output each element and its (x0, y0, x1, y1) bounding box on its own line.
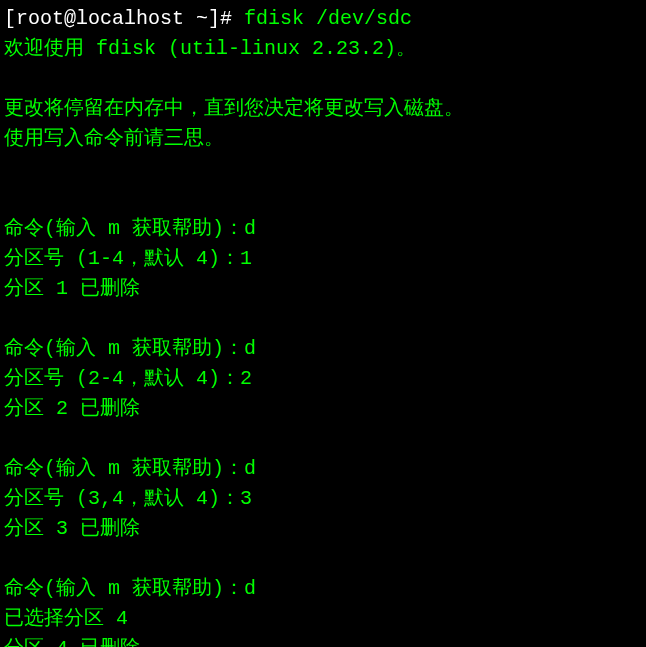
cmd-prompt-3: 命令(输入 m 获取帮助)：d (4, 457, 256, 480)
result-2: 分区 2 已删除 (4, 397, 140, 420)
command-text: fdisk /dev/sdc (232, 7, 412, 30)
warning-line-2: 使用写入命令前请三思。 (4, 127, 224, 150)
partition-prompt-2: 分区号 (2-4，默认 4)：2 (4, 367, 252, 390)
result-3: 分区 3 已删除 (4, 517, 140, 540)
partition-prompt-3: 分区号 (3,4，默认 4)：3 (4, 487, 252, 510)
warning-line-1: 更改将停留在内存中，直到您决定将更改写入磁盘。 (4, 97, 464, 120)
welcome-line: 欢迎使用 fdisk (util-linux 2.23.2)。 (4, 37, 416, 60)
result-1: 分区 1 已删除 (4, 277, 140, 300)
partition-prompt-1: 分区号 (1-4，默认 4)：1 (4, 247, 252, 270)
cmd-prompt-1: 命令(输入 m 获取帮助)：d (4, 217, 256, 240)
terminal-output[interactable]: [root@localhost ~]# fdisk /dev/sdc 欢迎使用 … (4, 4, 642, 647)
selected-line-4: 已选择分区 4 (4, 607, 128, 630)
shell-prompt: [root@localhost ~]# (4, 7, 232, 30)
result-4: 分区 4 已删除 (4, 637, 140, 647)
cmd-prompt-4: 命令(输入 m 获取帮助)：d (4, 577, 256, 600)
cmd-prompt-2: 命令(输入 m 获取帮助)：d (4, 337, 256, 360)
